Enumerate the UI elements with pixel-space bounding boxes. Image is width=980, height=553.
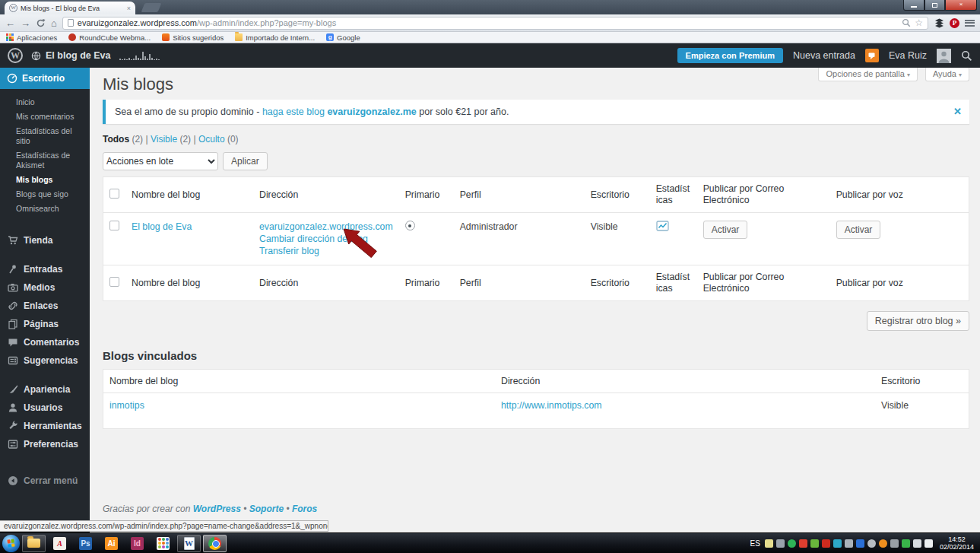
forums-link[interactable]: Foros (292, 504, 317, 514)
bulk-actions-select[interactable]: Acciones en lote (103, 152, 218, 170)
wordpress-link[interactable]: WordPress (193, 504, 241, 514)
tray-icon[interactable] (845, 539, 853, 548)
stats-sparkline[interactable] (119, 50, 163, 61)
sidebar-item-entradas[interactable]: Entradas (0, 260, 90, 278)
tray-icon[interactable] (856, 539, 864, 548)
bookmark-google[interactable]: g Google (326, 33, 360, 42)
sidebar-item-mis-blogs[interactable]: Mis blogs (16, 173, 88, 187)
bookmark-sitios-sugeridos[interactable]: Sitios sugeridos (162, 33, 224, 42)
bookmark-imported-folder[interactable]: Importado de Intern... (235, 33, 315, 42)
tray-icon[interactable] (913, 539, 921, 548)
tray-icon[interactable] (810, 539, 819, 548)
sidebar-item-apariencia[interactable]: Apariencia (0, 380, 90, 399)
sidebar-item-herramientas[interactable]: Herramientas (0, 417, 90, 435)
sidebar-item-tienda[interactable]: Tienda (0, 231, 90, 249)
tray-icon[interactable] (902, 539, 910, 548)
sidebar-item-inicio[interactable]: Inicio (16, 95, 88, 110)
sidebar-item-usuarios[interactable]: Usuarios (0, 399, 90, 417)
domain-name-link[interactable]: evaruizgonzalez.me (327, 106, 416, 117)
select-all-checkbox[interactable] (109, 189, 119, 199)
row-checkbox[interactable] (109, 221, 119, 230)
apply-button[interactable]: Aplicar (223, 152, 268, 170)
taskbar-explorer[interactable] (22, 535, 46, 552)
browser-tab[interactable]: W Mis blogs - El blog de Eva × (5, 2, 135, 14)
taskbar-autocad[interactable]: A (48, 535, 71, 552)
taskbar-illustrator[interactable]: Ai (100, 535, 123, 552)
sidebar-item-estadisticas-sitio[interactable]: Estadísticas del sitio (16, 124, 88, 148)
sidebar-item-sugerencias[interactable]: Sugerencias (0, 351, 90, 370)
taskbar-chrome[interactable] (203, 535, 227, 552)
chrome-menu-icon[interactable] (965, 20, 975, 27)
taskbar-indesign[interactable]: Id (125, 535, 149, 552)
activate-voice-button[interactable]: Activar (836, 221, 881, 239)
sidebar-item-paginas[interactable]: Páginas (0, 315, 90, 333)
sidebar-item-mis-comentarios[interactable]: Mis comentarios (16, 110, 88, 124)
sidebar-item-omnisearch[interactable]: Omnisearch (16, 202, 88, 216)
activate-email-button[interactable]: Activar (703, 221, 748, 239)
wordpress-logo-icon[interactable]: W (8, 48, 23, 63)
sidebar-item-blogs-que-sigo[interactable]: Blogs que sigo (16, 187, 88, 202)
tray-icon[interactable] (924, 539, 933, 548)
taskbar-word[interactable]: W (177, 535, 201, 552)
tray-icon[interactable] (799, 539, 807, 548)
taskbar-clock[interactable]: 14:52 02/02/2014 (940, 536, 974, 551)
blog-name-link[interactable]: El blog de Eva (132, 221, 192, 232)
avatar[interactable] (937, 49, 951, 63)
register-blog-button[interactable]: Registrar otro blog » (867, 311, 969, 331)
sidebar-item-enlaces[interactable]: Enlaces (0, 297, 90, 315)
stats-chart-icon[interactable] (656, 221, 670, 232)
address-bar[interactable]: evaruizgonzalez.wordpress.com/wp-admin/i… (62, 17, 928, 30)
bookmark-roundcube[interactable]: RoundCube Webma... (68, 33, 151, 42)
help-button[interactable]: Ayuda ▾ (925, 68, 969, 81)
domain-offer-link[interactable]: haga este blog (262, 106, 325, 117)
filter-visible[interactable]: Visible (151, 134, 177, 145)
sidebar-collapse-menu[interactable]: Cerrar menú (0, 472, 90, 490)
bookmark-apps[interactable]: Aplicaciones (6, 33, 57, 42)
new-tab-button[interactable] (141, 3, 162, 12)
bookmark-star-icon[interactable]: ☆ (915, 17, 923, 28)
select-all-checkbox[interactable] (109, 277, 119, 287)
site-name-menu[interactable]: El blog de Eva (31, 50, 110, 61)
sidebar-item-medios[interactable]: Medios (0, 278, 90, 297)
primary-radio[interactable] (405, 221, 415, 230)
tray-icon[interactable] (765, 539, 773, 548)
taskbar-office-grid[interactable] (151, 535, 175, 552)
sidebar-item-escritorio[interactable]: Escritorio (0, 68, 90, 89)
start-button[interactable] (2, 535, 20, 552)
notifications-icon[interactable] (865, 49, 879, 62)
tab-close-icon[interactable]: × (127, 5, 131, 12)
premium-button[interactable]: Empieza con Premium (677, 48, 783, 63)
tray-icon[interactable] (879, 539, 887, 548)
language-indicator[interactable]: ES (750, 539, 760, 548)
tray-icon[interactable] (788, 539, 796, 548)
tray-icon[interactable] (822, 539, 830, 548)
tray-icon[interactable] (890, 539, 899, 548)
forward-button[interactable]: → (21, 18, 30, 28)
url-text[interactable]: evaruizgonzalez.wordpress.com/wp-admin/i… (78, 18, 898, 27)
sidebar-item-estadisticas-akismet[interactable]: Estadísticas de Akismet (16, 148, 88, 173)
zoom-icon[interactable] (902, 18, 911, 27)
filter-oculto[interactable]: Oculto (198, 134, 225, 145)
dismiss-notice-icon[interactable]: ✕ (953, 106, 962, 117)
linked-blog-name-link[interactable]: inmotips (109, 400, 144, 411)
buffer-extension-icon[interactable] (934, 17, 944, 28)
screen-options-button[interactable]: Opciones de pantalla ▾ (818, 68, 917, 81)
linked-blog-address-link[interactable]: http://www.inmotips.com (501, 400, 602, 411)
new-post-button[interactable]: Nueva entrada (793, 50, 855, 61)
window-close-button[interactable]: × (945, 0, 977, 11)
window-minimize-button[interactable] (903, 0, 924, 11)
reload-button[interactable] (36, 18, 46, 28)
sidebar-item-comentarios[interactable]: Comentarios (0, 333, 90, 351)
support-link[interactable]: Soporte (249, 504, 284, 514)
home-button[interactable]: ⌂ (51, 18, 57, 28)
pinterest-extension-icon[interactable]: P (950, 18, 959, 28)
tray-icon[interactable] (867, 539, 876, 548)
transfer-blog-link[interactable]: Transferir blog (259, 246, 319, 256)
sidebar-item-preferencias[interactable]: Preferencias (0, 435, 90, 453)
search-icon[interactable] (961, 50, 972, 62)
tray-icon[interactable] (776, 539, 785, 548)
account-menu[interactable]: Eva Ruiz (889, 50, 927, 61)
taskbar-photoshop[interactable]: Ps (74, 535, 97, 552)
tray-icon[interactable] (833, 539, 842, 548)
back-button[interactable]: ← (5, 18, 15, 28)
